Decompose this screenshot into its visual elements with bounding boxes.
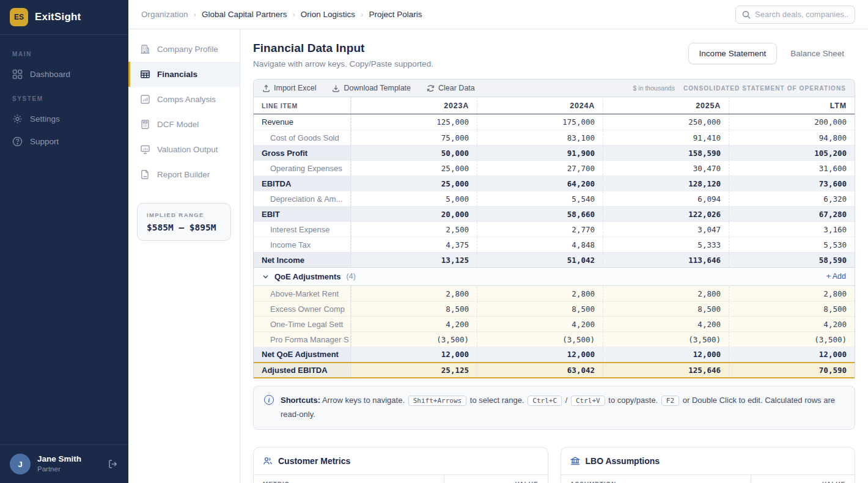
editable-cell[interactable]: (3,500) — [351, 332, 477, 347]
help-circle-icon — [12, 136, 23, 147]
tab-income-statement[interactable]: Income Statement — [688, 43, 778, 64]
editable-cell[interactable]: 91,410 — [603, 130, 729, 145]
editable-cell[interactable]: 94,800 — [729, 130, 855, 145]
table-row: Adjusted EBITDA25,12563,042125,64670,590 — [254, 362, 855, 378]
editable-cell[interactable]: 3,160 — [729, 222, 855, 237]
info-icon: i — [264, 395, 274, 405]
row-label: Interest Expense — [254, 222, 351, 237]
sidebar-item-support[interactable]: Support — [0, 130, 128, 153]
editable-cell[interactable]: 6,320 — [729, 191, 855, 206]
clear-data-button[interactable]: Clear Data — [427, 84, 475, 92]
readonly-cell: 20,000 — [351, 207, 477, 221]
editable-cell[interactable]: 2,770 — [477, 222, 603, 237]
sidebar-item-company-profile[interactable]: Company Profile — [128, 37, 240, 62]
editable-cell[interactable]: 8,500 — [603, 301, 729, 316]
editable-cell[interactable]: 5,000 — [351, 191, 477, 206]
editable-cell[interactable]: 2,500 — [351, 222, 477, 237]
editable-cell[interactable]: 25,000 — [351, 161, 477, 175]
editable-cell[interactable]: (3,500) — [729, 332, 855, 347]
editable-cell[interactable]: 5,530 — [729, 237, 855, 252]
column-header: VALUE — [444, 475, 548, 483]
editable-cell[interactable]: (3,500) — [477, 332, 603, 347]
column-header: 2024A — [477, 97, 603, 114]
gear-icon — [12, 114, 23, 124]
import-excel-button[interactable]: Import Excel — [262, 84, 316, 92]
sidebar-item-dcf-model[interactable]: DCF Model — [128, 112, 240, 137]
editable-cell[interactable]: (3,500) — [603, 332, 729, 347]
editable-cell[interactable]: 6,094 — [603, 191, 729, 206]
chevron-right-icon: › — [361, 10, 363, 19]
search-box[interactable] — [735, 6, 855, 24]
editable-cell[interactable]: 75,000 — [351, 130, 477, 145]
breadcrumb-item[interactable]: Organization — [141, 10, 188, 19]
row-label: Adjusted EBITDA — [254, 363, 351, 377]
breadcrumb-item[interactable]: Global Capital Partners — [202, 10, 287, 19]
editable-cell[interactable]: 4,200 — [477, 317, 603, 331]
row-label: Cost of Goods Sold — [254, 130, 351, 145]
row-label: Above-Market Rent — [254, 286, 351, 301]
editable-cell[interactable]: 4,200 — [603, 317, 729, 331]
editable-cell[interactable]: 2,800 — [603, 286, 729, 301]
editable-cell[interactable]: 4,200 — [351, 317, 477, 331]
users-icon — [263, 456, 273, 466]
editable-cell[interactable]: 8,500 — [351, 301, 477, 316]
editable-cell[interactable]: 200,000 — [729, 114, 855, 130]
sidebar-item-settings[interactable]: Settings — [0, 108, 128, 130]
editable-cell[interactable]: 30,470 — [603, 161, 729, 175]
download-template-button[interactable]: Download Template — [332, 84, 411, 92]
editable-cell[interactable]: 2,800 — [729, 286, 855, 301]
card-title: Customer Metrics — [278, 456, 350, 466]
sidebar-item-dashboard[interactable]: Dashboard — [0, 63, 128, 86]
primary-sidebar: ES ExitSight MAIN Dashboard SYSTEM Setti… — [0, 0, 128, 483]
brand: ES ExitSight — [0, 0, 128, 35]
editable-cell[interactable]: 27,700 — [477, 161, 603, 175]
editable-cell[interactable]: 4,375 — [351, 237, 477, 252]
sidebar-item-label: Valuation Output — [157, 145, 218, 154]
column-header: 2023A — [351, 97, 477, 114]
add-adjustment-button[interactable]: + Add — [826, 272, 846, 281]
search-input[interactable] — [755, 10, 848, 19]
workspace: Company Profile Financials Comps Analysi… — [128, 29, 868, 483]
kbd-shift-arrows: Shift+Arrows — [408, 396, 466, 406]
table-row: Above-Market Rent2,8002,8002,8002,800 — [254, 286, 855, 301]
editable-cell[interactable]: 250,000 — [603, 114, 729, 130]
qoe-collapse-toggle[interactable]: QoE Adjustments (4) — [262, 272, 356, 281]
readonly-cell: 12,000 — [603, 347, 729, 362]
table-row: EBITDA25,00064,200128,12073,600 — [254, 175, 855, 191]
readonly-cell: 58,660 — [477, 207, 603, 221]
statement-caption: CONSOLIDATED STATEMENT OF OPERATIONS — [683, 85, 846, 92]
editable-cell[interactable]: 125,000 — [351, 114, 477, 130]
editable-cell[interactable]: 2,800 — [351, 286, 477, 301]
logout-icon[interactable] — [108, 459, 119, 470]
row-label: Excess Owner Comp — [254, 301, 351, 316]
sidebar-item-report-builder[interactable]: Report Builder — [128, 162, 240, 187]
readonly-cell: 128,120 — [603, 176, 729, 191]
editable-cell[interactable]: 4,848 — [477, 237, 603, 252]
editable-cell[interactable]: 31,600 — [729, 161, 855, 175]
chevron-right-icon: › — [194, 10, 196, 19]
editable-cell[interactable]: 8,500 — [477, 301, 603, 316]
tab-balance-sheet[interactable]: Balance Sheet — [779, 43, 855, 64]
kbd-ctrl-c: Ctrl+C — [528, 396, 562, 406]
editable-cell[interactable]: 175,000 — [477, 114, 603, 130]
user-name: Jane Smith — [37, 454, 101, 465]
editable-cell[interactable]: 4,200 — [729, 317, 855, 331]
user-role: Partner — [37, 465, 101, 473]
breadcrumb-item[interactable]: Project Polaris — [369, 10, 422, 19]
editable-cell[interactable]: 5,540 — [477, 191, 603, 206]
editable-cell[interactable]: 2,800 — [477, 286, 603, 301]
page-subtitle: Navigate with arrow keys. Copy/Paste sup… — [253, 59, 433, 68]
sidebar-item-label: Financials — [157, 70, 197, 79]
editable-cell[interactable]: 3,047 — [603, 222, 729, 237]
table-body-qoe: Above-Market Rent2,8002,8002,8002,800Exc… — [254, 286, 855, 347]
editable-cell[interactable]: 5,333 — [603, 237, 729, 252]
editable-cell[interactable]: 8,500 — [729, 301, 855, 316]
sidebar-item-financials[interactable]: Financials — [128, 62, 240, 87]
breadcrumb-item[interactable]: Orion Logistics — [301, 10, 355, 19]
qoe-section-title: QoE Adjustments — [274, 272, 341, 281]
editable-cell[interactable]: 83,100 — [477, 130, 603, 145]
download-icon — [332, 84, 340, 92]
sidebar-item-comps-analysis[interactable]: Comps Analysis — [128, 87, 240, 112]
sidebar-item-valuation-output[interactable]: Valuation Output — [128, 137, 240, 162]
shortcuts-body: Arrow keys to navigate. Shift+Arrows to … — [281, 396, 835, 419]
